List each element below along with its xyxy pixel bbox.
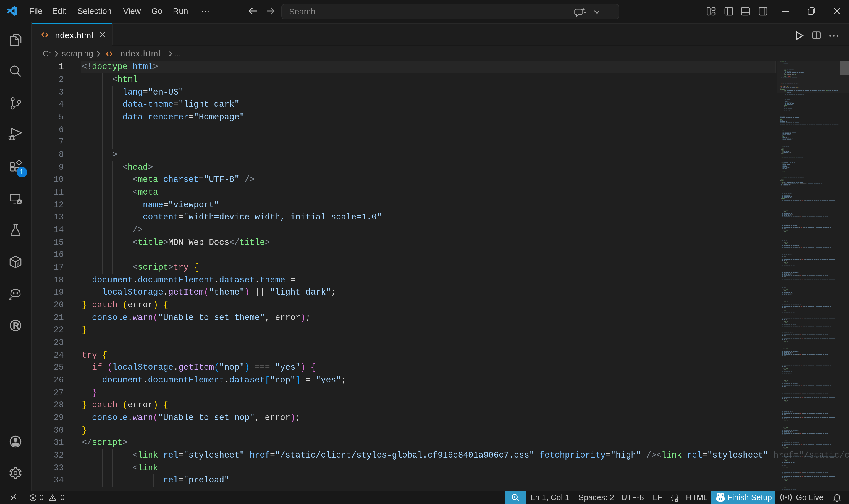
svg-text:R: R [13, 320, 19, 330]
